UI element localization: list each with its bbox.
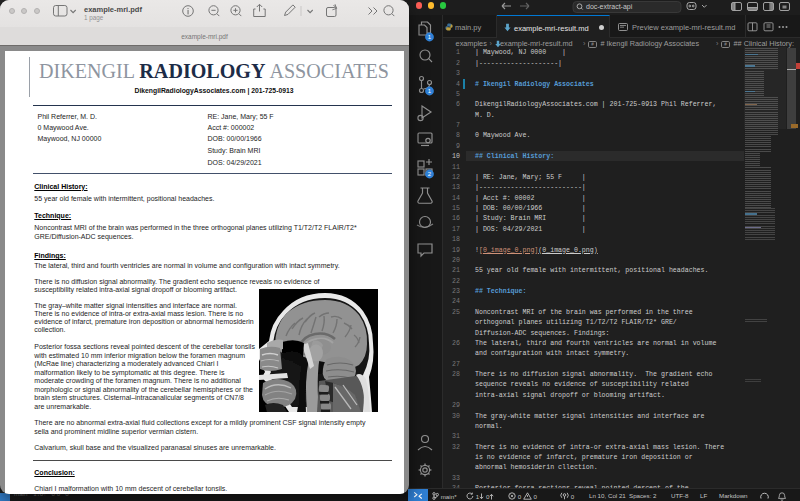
svg-text:#: #	[724, 42, 727, 47]
svg-text:#: #	[591, 42, 594, 47]
svg-text:doc-extract-api: doc-extract-api	[586, 3, 633, 11]
